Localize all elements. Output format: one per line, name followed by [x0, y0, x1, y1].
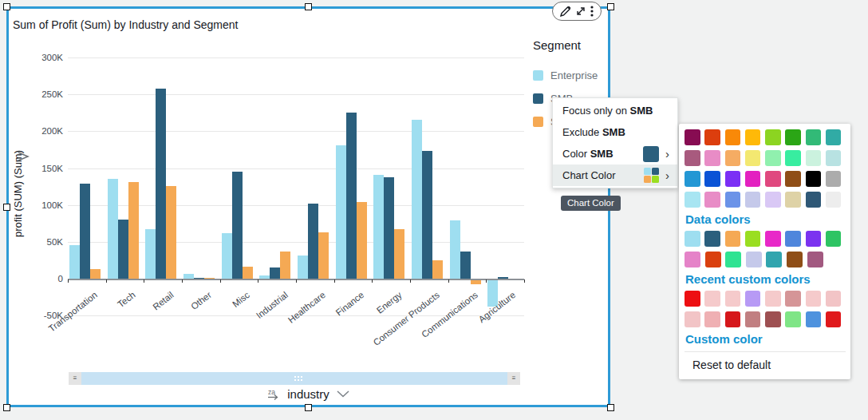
recent-color-swatch[interactable] [806, 291, 822, 307]
theme-color-swatch[interactable] [806, 129, 822, 145]
theme-color-swatch[interactable] [765, 192, 781, 208]
data-color-swatch[interactable] [705, 252, 721, 267]
recent-color-swatch[interactable] [765, 291, 781, 307]
selection-handle[interactable] [607, 3, 614, 10]
recent-color-swatch[interactable] [685, 311, 700, 327]
theme-color-swatch[interactable] [725, 129, 741, 145]
theme-color-swatch[interactable] [704, 150, 720, 166]
bar-SMB-Consumer Products[interactable] [422, 151, 432, 279]
pencil-icon[interactable] [560, 6, 571, 17]
theme-color-swatch[interactable] [745, 192, 761, 208]
bar-St-Transportation[interactable] [90, 269, 101, 279]
data-color-swatch[interactable] [765, 231, 781, 247]
x-axis-scrollbar[interactable] [81, 372, 507, 385]
data-color-swatch[interactable] [745, 231, 761, 247]
bar-Enterprise-Industrial[interactable] [259, 275, 270, 279]
menu-item-chart-color[interactable]: Chart Color› [553, 164, 677, 186]
selection-handle[interactable] [3, 204, 10, 211]
data-color-swatch[interactable] [785, 231, 801, 247]
recent-custom-colors-header[interactable]: Recent custom colors [685, 272, 846, 286]
recent-color-swatch[interactable] [725, 291, 741, 307]
theme-color-swatch[interactable] [725, 192, 741, 208]
bar-SMB-Agriculture[interactable] [498, 277, 508, 279]
theme-color-swatch[interactable] [785, 171, 801, 187]
expand-icon[interactable] [575, 6, 586, 17]
recent-color-swatch[interactable] [806, 311, 822, 327]
recent-color-swatch[interactable] [704, 311, 720, 327]
selection-handle[interactable] [607, 404, 614, 411]
data-color-swatch[interactable] [766, 252, 782, 267]
menu-item-exclude-smb[interactable]: Exclude SMB [553, 121, 677, 143]
data-color-swatch[interactable] [685, 252, 700, 267]
bar-Enterprise-Transportation[interactable] [69, 245, 80, 279]
scrollbar-left-cap[interactable]: ≡ [69, 372, 81, 385]
theme-color-swatch[interactable] [765, 129, 781, 145]
bar-St-Industrial[interactable] [280, 252, 290, 279]
theme-color-swatch[interactable] [765, 150, 781, 166]
bar-St-Healthcare[interactable] [318, 232, 329, 279]
bar-Enterprise-Communications[interactable] [450, 220, 460, 279]
data-colors-header[interactable]: Data colors [685, 212, 846, 226]
data-color-swatch[interactable] [704, 231, 720, 247]
reset-to-default-button[interactable]: Reset to default [685, 351, 846, 374]
data-color-swatch[interactable] [826, 231, 842, 247]
bar-St-Tech[interactable] [128, 182, 139, 279]
theme-color-swatch[interactable] [685, 192, 700, 208]
bar-Enterprise-Other[interactable] [183, 274, 194, 279]
bar-Enterprise-Healthcare[interactable] [298, 256, 308, 279]
custom-color-link[interactable]: Custom color [685, 332, 846, 346]
theme-color-swatch[interactable] [745, 129, 761, 145]
bar-St-Finance[interactable] [357, 202, 367, 279]
theme-color-swatch[interactable] [826, 171, 842, 187]
bar-Enterprise-Retail[interactable] [145, 229, 156, 279]
legend-item-Enterprise[interactable]: Enterprise [533, 69, 609, 81]
theme-color-swatch[interactable] [745, 171, 761, 187]
theme-color-swatch[interactable] [704, 171, 720, 187]
data-color-swatch[interactable] [685, 231, 700, 247]
data-color-swatch[interactable] [787, 252, 803, 267]
recent-color-swatch[interactable] [685, 291, 700, 307]
theme-color-swatch[interactable] [685, 171, 700, 187]
data-color-swatch[interactable] [746, 252, 762, 267]
bar-Enterprise-Consumer Products[interactable] [412, 120, 422, 279]
data-color-swatch[interactable] [725, 231, 741, 247]
bar-St-Retail[interactable] [166, 186, 176, 279]
theme-color-swatch[interactable] [785, 192, 801, 208]
selection-handle[interactable] [3, 404, 10, 411]
recent-color-swatch[interactable] [745, 311, 761, 327]
recent-color-swatch[interactable] [704, 291, 720, 307]
selection-handle[interactable] [3, 3, 10, 10]
scrollbar-right-cap[interactable]: ≡ [507, 372, 520, 385]
y-axis-title[interactable]: profit (SUM) (Sum) [12, 106, 24, 282]
bar-SMB-Retail[interactable] [156, 89, 166, 279]
theme-color-swatch[interactable] [704, 129, 720, 145]
bar-SMB-Other[interactable] [194, 278, 204, 279]
x-axis-control[interactable]: za industry [6, 387, 610, 401]
chevron-down-icon[interactable] [337, 390, 349, 398]
theme-color-swatch[interactable] [826, 150, 842, 166]
theme-color-swatch[interactable] [826, 129, 842, 145]
theme-color-swatch[interactable] [685, 150, 700, 166]
data-color-swatch[interactable] [806, 231, 822, 247]
recent-color-swatch[interactable] [745, 291, 761, 307]
bar-St-Misc[interactable] [243, 267, 253, 279]
menu-item-color-smb[interactable]: Color SMB› [553, 143, 677, 164]
theme-color-swatch[interactable] [785, 129, 801, 145]
bar-Enterprise-Tech[interactable] [108, 179, 118, 279]
theme-color-swatch[interactable] [826, 192, 842, 208]
bar-SMB-Healthcare[interactable] [308, 204, 318, 279]
data-color-swatch[interactable] [807, 252, 823, 267]
theme-color-swatch[interactable] [785, 150, 801, 166]
bar-SMB-Communications[interactable] [460, 252, 471, 279]
data-color-swatch[interactable] [725, 252, 741, 267]
bar-Enterprise-Finance[interactable] [336, 145, 346, 279]
bar-St-Communications[interactable] [471, 280, 481, 284]
bar-St-Other[interactable] [204, 278, 215, 279]
bar-Enterprise-Energy[interactable] [373, 175, 384, 279]
bar-SMB-Finance[interactable] [346, 113, 357, 279]
theme-color-swatch[interactable] [806, 150, 822, 166]
bar-SMB-Tech[interactable] [118, 220, 128, 279]
bar-SMB-Misc[interactable] [232, 172, 243, 279]
bar-SMB-Industrial[interactable] [270, 267, 280, 279]
sort-za-icon[interactable]: za [267, 388, 280, 400]
